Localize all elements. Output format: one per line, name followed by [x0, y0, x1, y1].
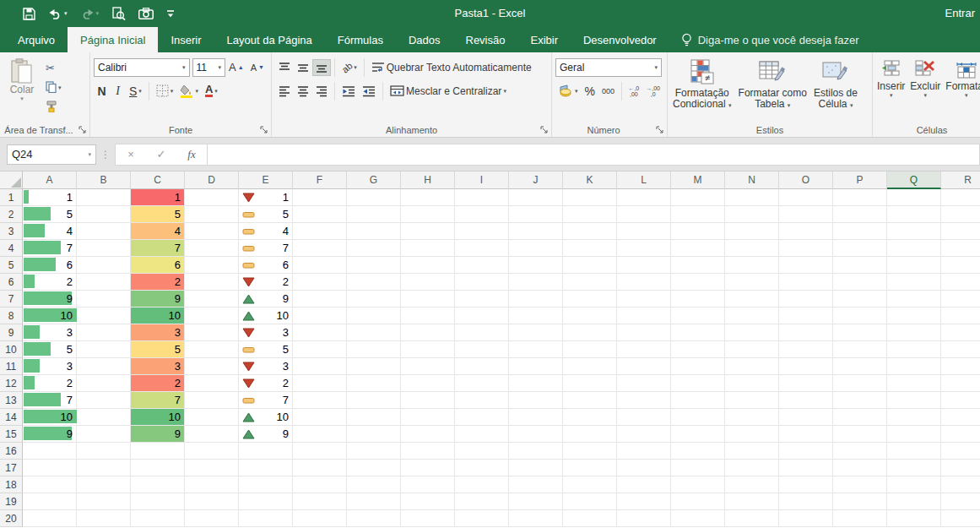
cell-P15[interactable]	[833, 426, 887, 443]
cell-D11[interactable]	[185, 358, 239, 375]
cell-J12[interactable]	[509, 375, 563, 392]
cell-J5[interactable]	[509, 257, 563, 274]
align-center-button[interactable]	[294, 83, 312, 100]
cell-P7[interactable]	[833, 291, 887, 308]
cell-M12[interactable]	[671, 375, 725, 392]
cell-O19[interactable]	[779, 493, 833, 510]
cell-F15[interactable]	[293, 426, 347, 443]
cell-H1[interactable]	[401, 189, 455, 206]
cell-K7[interactable]	[563, 291, 617, 308]
cell-M19[interactable]	[671, 493, 725, 510]
cell-B2[interactable]	[77, 206, 131, 223]
font-color-button[interactable]: A ▾	[202, 83, 221, 100]
percent-style-button[interactable]: %	[582, 82, 598, 101]
cell-F19[interactable]	[293, 493, 347, 510]
font-size-select[interactable]: 11 ▾	[192, 58, 226, 77]
cell-M7[interactable]	[671, 291, 725, 308]
row-header-2[interactable]: 2	[0, 206, 23, 223]
cell-P17[interactable]	[833, 460, 887, 476]
orientation-button[interactable]: ab ▾	[338, 60, 360, 75]
cell-F11[interactable]	[293, 358, 347, 375]
column-header-F[interactable]: F	[293, 171, 347, 189]
cell-J10[interactable]	[509, 341, 563, 358]
cell-F1[interactable]	[293, 189, 347, 206]
cell-O6[interactable]	[779, 274, 833, 291]
cell-I19[interactable]	[455, 493, 509, 510]
tab-inserir[interactable]: Inserir	[158, 27, 214, 52]
cell-C1[interactable]: 1	[131, 189, 185, 206]
cell-L11[interactable]	[617, 358, 671, 375]
cell-I12[interactable]	[455, 375, 509, 392]
column-header-D[interactable]: D	[185, 171, 239, 189]
cell-K9[interactable]	[563, 324, 617, 341]
cell-Q12[interactable]	[887, 375, 941, 392]
cell-R4[interactable]	[941, 240, 980, 257]
italic-button[interactable]: I	[110, 82, 126, 101]
cell-N14[interactable]	[725, 409, 779, 426]
cell-H16[interactable]	[401, 443, 455, 460]
font-name-select[interactable]: Calibri ▾	[94, 58, 190, 77]
cell-J1[interactable]	[509, 189, 563, 206]
cell-H4[interactable]	[401, 240, 455, 257]
cell-D14[interactable]	[185, 409, 239, 426]
cell-R10[interactable]	[941, 341, 980, 358]
cell-F12[interactable]	[293, 375, 347, 392]
cell-E1[interactable]: 1	[239, 189, 293, 206]
cell-Q18[interactable]	[887, 476, 941, 493]
row-header-18[interactable]: 18	[0, 476, 23, 493]
cell-I7[interactable]	[455, 291, 509, 308]
cell-O15[interactable]	[779, 426, 833, 443]
cell-B20[interactable]	[77, 510, 131, 527]
cell-B10[interactable]	[77, 341, 131, 358]
cell-L3[interactable]	[617, 223, 671, 240]
cell-C19[interactable]	[131, 493, 185, 510]
cell-J11[interactable]	[509, 358, 563, 375]
cell-R19[interactable]	[941, 493, 980, 510]
cell-R14[interactable]	[941, 409, 980, 426]
cell-J19[interactable]	[509, 493, 563, 510]
cell-N11[interactable]	[725, 358, 779, 375]
decrease-font-button[interactable]: A▼	[247, 60, 268, 75]
cell-E6[interactable]: 2	[239, 274, 293, 291]
cell-B17[interactable]	[77, 460, 131, 476]
cell-A14[interactable]: 10	[23, 409, 77, 426]
cell-B7[interactable]	[77, 291, 131, 308]
row-header-11[interactable]: 11	[0, 358, 23, 375]
cell-O16[interactable]	[779, 443, 833, 460]
cell-I1[interactable]	[455, 189, 509, 206]
cell-N10[interactable]	[725, 341, 779, 358]
cell-C4[interactable]: 7	[131, 240, 185, 257]
cell-D7[interactable]	[185, 291, 239, 308]
cell-L1[interactable]	[617, 189, 671, 206]
row-header-10[interactable]: 10	[0, 341, 23, 358]
cell-L10[interactable]	[617, 341, 671, 358]
cell-B13[interactable]	[77, 392, 131, 409]
cell-C13[interactable]: 7	[131, 392, 185, 409]
cell-L12[interactable]	[617, 375, 671, 392]
cell-F3[interactable]	[293, 223, 347, 240]
cell-H7[interactable]	[401, 291, 455, 308]
cell-M6[interactable]	[671, 274, 725, 291]
cell-M3[interactable]	[671, 223, 725, 240]
cell-E12[interactable]: 2	[239, 375, 293, 392]
cell-G10[interactable]	[347, 341, 401, 358]
cell-O1[interactable]	[779, 189, 833, 206]
cell-P5[interactable]	[833, 257, 887, 274]
cell-N2[interactable]	[725, 206, 779, 223]
cell-O14[interactable]	[779, 409, 833, 426]
cell-E9[interactable]: 3	[239, 324, 293, 341]
cell-G1[interactable]	[347, 189, 401, 206]
cell-L13[interactable]	[617, 392, 671, 409]
cell-L18[interactable]	[617, 476, 671, 493]
increase-font-button[interactable]: A▲	[225, 58, 247, 76]
cell-Q1[interactable]	[887, 189, 941, 206]
number-dialog-launcher[interactable]	[656, 126, 664, 134]
cell-H11[interactable]	[401, 358, 455, 375]
cell-H17[interactable]	[401, 460, 455, 476]
cell-L5[interactable]	[617, 257, 671, 274]
cell-M10[interactable]	[671, 341, 725, 358]
cell-R17[interactable]	[941, 460, 980, 476]
comma-style-button[interactable]: 000	[598, 84, 618, 98]
cell-E11[interactable]: 3	[239, 358, 293, 375]
cell-R6[interactable]	[941, 274, 980, 291]
